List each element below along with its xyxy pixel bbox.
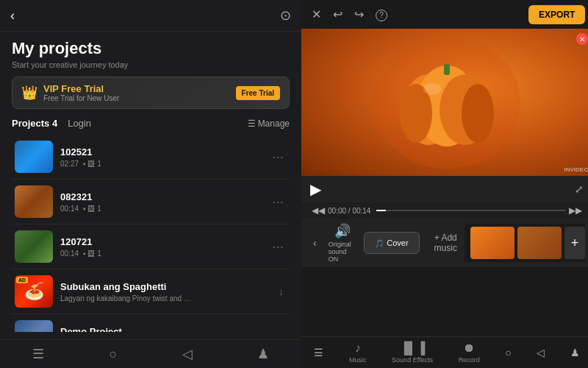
right-nav-prev[interactable]: ◁: [537, 347, 545, 358]
export-button[interactable]: EXPORT: [528, 5, 585, 24]
project-action-button[interactable]: ↓: [276, 283, 287, 300]
add-music-button[interactable]: + Add music: [434, 233, 457, 253]
project-info: 102521 02:27 ▪ 🖼 1: [60, 146, 269, 168]
help-icon: ?: [376, 10, 387, 21]
redo-button[interactable]: ↪: [351, 4, 367, 24]
tab-music[interactable]: ♪ Music: [349, 342, 367, 364]
project-duration: 00:14: [60, 250, 79, 258]
video-preview: ✕ INVIDEO: [301, 29, 588, 176]
right-panel: ✕ ↩ ↪ ? EXPORT ✕: [301, 0, 588, 368]
right-nav-person[interactable]: ♟: [570, 347, 580, 358]
play-button[interactable]: ▶: [310, 180, 321, 198]
right-nav-back[interactable]: ☰: [314, 347, 323, 358]
right-toolbar: ✕ ↩ ↪ ? EXPORT: [301, 0, 588, 29]
fullscreen-button[interactable]: ⤢: [575, 183, 584, 195]
project-info: Demo Project 00:13 ▪ 🖼 8: [60, 326, 276, 333]
cover-label: Cover: [387, 238, 408, 247]
project-info: 082321 00:14 ▪ 🖼 1: [60, 191, 269, 213]
project-info: 120721 00:14 ▪ 🖼 1: [60, 236, 269, 258]
timeline-next-button[interactable]: ▶▶: [566, 205, 585, 216]
project-name: 082321: [60, 191, 269, 202]
pumpkin-svg: [373, 36, 520, 169]
project-more-button[interactable]: ⋯: [269, 147, 287, 167]
cover-button[interactable]: 🎵 Cover: [364, 232, 419, 254]
nav-menu-icon[interactable]: ☰: [32, 346, 44, 362]
project-name: 102521: [60, 146, 269, 158]
cover-icon: 🎵: [375, 239, 384, 247]
project-name: Subukan ang Spaghetti: [60, 281, 276, 292]
timeline-bar: ◀◀ 00:00 / 00:14 ▶▶: [301, 202, 588, 219]
vip-title: VIP Free Trial: [43, 83, 236, 94]
ad-badge: AD: [16, 277, 28, 283]
projects-bar: Projects 4 Login ☰ Manage: [12, 118, 290, 129]
tab-music-label: Music: [349, 356, 367, 364]
svg-rect-6: [444, 64, 450, 75]
project-name: 120721: [60, 236, 269, 247]
vip-text-block: VIP Free Trial Free Trial for New User: [43, 83, 236, 102]
project-thumb: [15, 230, 53, 263]
right-bottom-tabs: ☰ ♪ Music ▐▌▐ Sound Effects ⏺ Record ○ ◁…: [301, 336, 588, 368]
project-duration: 02:27: [60, 160, 79, 168]
sound-effects-icon: ▐▌▐: [400, 342, 425, 355]
back-button[interactable]: ‹: [10, 8, 15, 24]
project-clips: ▪ 🖼 1: [83, 160, 101, 168]
collapse-arrow-button[interactable]: ‹: [309, 237, 321, 249]
vip-icon: 👑: [21, 85, 37, 101]
list-item[interactable]: AD 🍝 Subukan ang Spaghetti Lagyan ng kak…: [12, 269, 290, 314]
project-name: Demo Project: [60, 326, 276, 333]
svg-point-7: [423, 83, 441, 95]
project-duration: 00:14: [60, 205, 79, 213]
sound-area: ‹ 🔊 Original sound ON 🎵 Cover + Add musi…: [301, 219, 588, 267]
project-clips: ▪ 🖼 1: [83, 205, 101, 213]
list-item[interactable]: 102521 02:27 ▪ 🖼 1 ⋯: [12, 135, 290, 180]
sound-icon: 🔊: [334, 223, 351, 239]
tab-record-label: Record: [459, 356, 480, 364]
timeline-track[interactable]: [376, 210, 566, 211]
timeline-time: 00:00 / 00:14: [328, 207, 370, 215]
login-link[interactable]: Login: [68, 118, 91, 129]
manage-label: Manage: [258, 118, 290, 129]
project-thumb: AD 🍝: [15, 275, 53, 308]
list-item[interactable]: 🗼 Demo Project 00:13 ▪ 🖼 8 ↓: [12, 314, 290, 332]
add-music-area: + Add music: [434, 233, 457, 253]
project-meta: 02:27 ▪ 🖼 1: [60, 160, 269, 168]
project-thumb: 🗼: [15, 320, 53, 332]
playback-bar: ▶ ⤢: [301, 176, 588, 202]
project-more-button[interactable]: ⋯: [269, 192, 287, 212]
clip-thumb[interactable]: [517, 227, 562, 259]
add-clip-button[interactable]: +: [564, 227, 585, 259]
tab-record[interactable]: ⏺ Record: [459, 342, 480, 364]
pumpkin-visual: ✕ INVIDEO: [301, 29, 588, 176]
vip-banner[interactable]: 👑 VIP Free Trial Free Trial for New User…: [12, 77, 290, 109]
music-icon: ♪: [355, 342, 361, 355]
project-action-button[interactable]: ↓: [276, 328, 287, 332]
vip-subtitle: Free Trial for New User: [43, 94, 236, 102]
original-sound-button[interactable]: 🔊 Original sound ON: [329, 223, 357, 263]
project-info: Subukan ang Spaghetti Lagyan ng kakaiban…: [60, 281, 276, 302]
left-panel: ‹ ⊙ My projects Start your creative jour…: [0, 0, 301, 368]
close-button[interactable]: ✕: [309, 4, 324, 24]
manage-link[interactable]: ☰ Manage: [248, 118, 290, 129]
manage-icon: ☰: [248, 118, 256, 129]
project-thumb: [15, 141, 53, 173]
help-button[interactable]: ?: [373, 4, 390, 24]
undo-button[interactable]: ↩: [330, 4, 345, 24]
right-nav-home[interactable]: ○: [505, 347, 511, 358]
project-more-button[interactable]: ⋯: [269, 237, 287, 257]
project-desc: Lagyan ng kakaibang Pinoy twist and p...: [60, 294, 193, 302]
nav-person-icon[interactable]: ♟: [257, 346, 269, 362]
settings-button[interactable]: ⊙: [280, 7, 291, 24]
list-item[interactable]: 082321 00:14 ▪ 🖼 1 ⋯: [12, 180, 290, 224]
remove-watermark-button[interactable]: ✕: [576, 33, 588, 45]
timeline-progress: [376, 210, 386, 211]
nav-home-icon[interactable]: ○: [109, 347, 117, 362]
nav-back-icon[interactable]: ◁: [182, 346, 193, 362]
timeline-prev-button[interactable]: ◀◀: [309, 205, 328, 216]
svg-point-5: [462, 84, 494, 143]
tab-sound-effects[interactable]: ▐▌▐ Sound Effects: [392, 342, 433, 364]
list-item[interactable]: 120721 00:14 ▪ 🖼 1 ⋯: [12, 224, 290, 269]
clip-thumb[interactable]: [470, 227, 514, 259]
vip-free-trial-button[interactable]: Free Trial: [236, 86, 280, 100]
watermark-label: INVIDEO: [564, 166, 588, 173]
clip-strip: +: [465, 224, 585, 262]
